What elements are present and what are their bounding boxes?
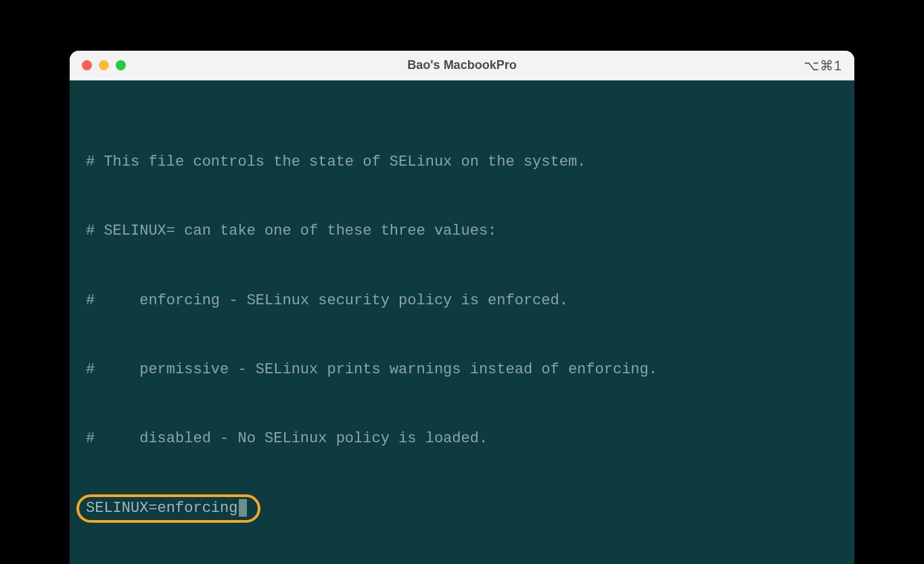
window-title: Bao's MacbookPro	[70, 58, 854, 72]
minimize-button[interactable]	[99, 60, 109, 70]
editor-line: # enforcing - SELinux security policy is…	[86, 289, 838, 312]
editor-line: # This file controls the state of SELinu…	[86, 151, 838, 174]
close-button[interactable]	[82, 60, 92, 70]
editor-line: # disabled - No SELinux policy is loaded…	[86, 427, 838, 450]
traffic-lights	[82, 60, 126, 70]
terminal-window: Bao's MacbookPro ⌥⌘1 # This file control…	[70, 51, 854, 564]
editor-line: # permissive - SELinux prints warnings i…	[86, 358, 838, 381]
cursor-icon	[239, 499, 247, 517]
selinux-setting: SELINUX=enforcing	[86, 500, 237, 517]
titlebar[interactable]: Bao's MacbookPro ⌥⌘1	[70, 51, 854, 80]
shortcut-label: ⌥⌘1	[804, 57, 842, 74]
maximize-button[interactable]	[116, 60, 126, 70]
editor-line: # SELINUX= can take one of these three v…	[86, 220, 838, 243]
terminal-body[interactable]: # This file controls the state of SELinu…	[70, 80, 854, 564]
editor-line-highlighted: SELINUX=enforcing	[86, 497, 838, 520]
